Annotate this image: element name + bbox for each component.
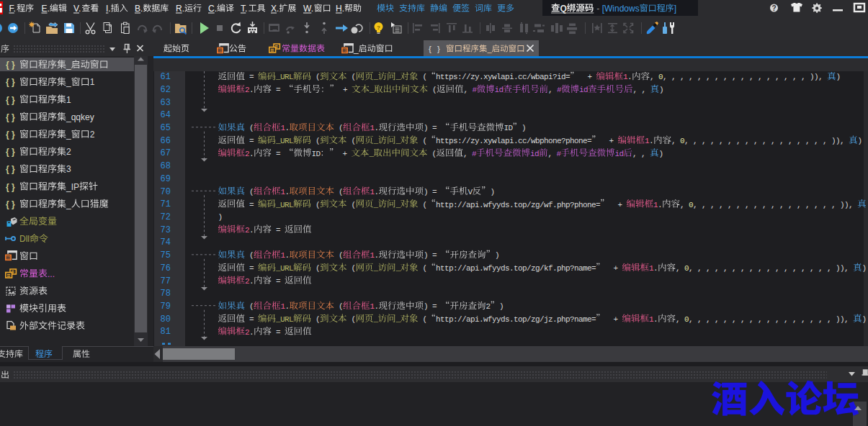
- svg-text:.: .: [249, 226, 254, 235]
- svg-text:,: ,: [693, 201, 697, 209]
- svg-text:_: _: [66, 60, 71, 70]
- svg-text:.: .: [375, 251, 379, 260]
- svg-text:63: 63: [161, 98, 171, 108]
- svg-text:.: .: [375, 124, 379, 132]
- svg-text:,: ,: [710, 137, 715, 145]
- svg-text:,: ,: [723, 315, 728, 324]
- svg-text:,: ,: [697, 315, 702, 324]
- svg-text:,: ,: [766, 315, 771, 324]
- svg-text:,: ,: [779, 201, 784, 209]
- svg-text:{: {: [6, 60, 9, 70]
- svg-text:62: 62: [161, 85, 171, 95]
- svg-text:Q: Q: [560, 4, 567, 14]
- svg-text:_: _: [369, 86, 375, 94]
- svg-text:(: (: [316, 315, 320, 324]
- svg-text:.: .: [285, 302, 290, 311]
- svg-text:.: .: [375, 188, 379, 196]
- svg-text:[Windows: [Windows: [602, 4, 640, 14]
- svg-text:{: {: [6, 112, 9, 122]
- svg-text:#: #: [557, 86, 562, 94]
- svg-text:}: }: [12, 199, 15, 209]
- svg-text:_: _: [369, 150, 375, 158]
- svg-text:,: ,: [633, 86, 637, 94]
- svg-text:(: (: [423, 264, 427, 273]
- svg-text:?: ?: [377, 24, 380, 31]
- svg-text:): ): [424, 251, 428, 260]
- svg-text:-: -: [596, 4, 599, 14]
- svg-text:)),: )),: [840, 201, 853, 209]
- svg-text:}: }: [12, 164, 15, 174]
- svg-text:): ): [862, 264, 867, 273]
- svg-text:{: {: [6, 95, 9, 105]
- svg-text:,: ,: [728, 201, 732, 209]
- svg-text:http://api.wfyyds.top/zg/wf.ph: http://api.wfyyds.top/zg/wf.php?phone=: [436, 201, 600, 209]
- svg-text:.: .: [285, 124, 290, 132]
- svg-text:,: ,: [831, 201, 836, 209]
- svg-text:+: +: [343, 150, 347, 158]
- svg-text:(: (: [352, 73, 356, 81]
- svg-text:.: .: [249, 86, 254, 94]
- svg-text:,: ,: [814, 137, 818, 145]
- svg-text:69: 69: [161, 174, 171, 184]
- svg-text:2: 2: [90, 130, 95, 140]
- svg-text:(: (: [316, 73, 320, 81]
- svg-text:(: (: [249, 302, 254, 311]
- svg-text:,: ,: [779, 137, 784, 145]
- svg-text:65: 65: [161, 123, 171, 133]
- svg-text:,: ,: [810, 264, 814, 273]
- svg-text:81: 81: [161, 327, 171, 337]
- svg-text:(: (: [339, 302, 343, 311]
- svg-text:,: ,: [753, 201, 758, 209]
- svg-text:): ): [862, 315, 867, 324]
- svg-text:...: ...: [48, 269, 55, 279]
- svg-text:V: V: [468, 188, 473, 196]
- svg-text:_IP: _IP: [66, 182, 79, 192]
- svg-text:{: {: [6, 147, 9, 157]
- svg-text:(: (: [352, 315, 356, 324]
- svg-text:{: {: [6, 130, 9, 140]
- svg-text:=: =: [249, 73, 254, 81]
- svg-text:id: id: [579, 86, 588, 94]
- svg-text:,: ,: [792, 73, 797, 81]
- svg-text:.: .: [249, 150, 254, 158]
- svg-text:66: 66: [161, 136, 171, 146]
- svg-text:=: =: [432, 302, 437, 311]
- svg-text:_: _: [353, 44, 359, 54]
- svg-text:{: {: [6, 199, 9, 209]
- svg-text:+: +: [614, 264, 618, 273]
- svg-text:,: ,: [762, 201, 766, 209]
- svg-text:_: _: [373, 264, 379, 273]
- svg-text:=: =: [276, 277, 280, 286]
- svg-text:79: 79: [161, 302, 171, 312]
- svg-text:.: .: [285, 251, 290, 260]
- svg-text:,: ,: [801, 73, 805, 81]
- svg-text:_: _: [395, 264, 401, 273]
- svg-text:,: ,: [745, 201, 749, 209]
- svg-text:(: (: [352, 264, 356, 273]
- svg-text:}: }: [12, 60, 15, 70]
- svg-text:): ): [499, 302, 504, 311]
- svg-text:id: id: [615, 150, 624, 158]
- svg-text:): ): [424, 188, 428, 196]
- svg-text:): ): [424, 124, 428, 132]
- svg-text:,: ,: [463, 150, 467, 158]
- svg-text:,: ,: [732, 264, 736, 273]
- svg-text:=: =: [432, 124, 437, 132]
- svg-text:_: _: [66, 77, 71, 87]
- svg-text:https://zy.xywlapi.cc/wbphone?: https://zy.xywlapi.cc/wbphone?phone=: [436, 137, 591, 145]
- svg-text:,: ,: [706, 315, 710, 324]
- svg-text:_: _: [373, 201, 379, 209]
- svg-text:): ): [495, 251, 499, 260]
- svg-text:#: #: [557, 150, 562, 158]
- svg-text:(: (: [316, 137, 320, 145]
- svg-text:,: ,: [775, 73, 779, 81]
- svg-text:,: ,: [827, 315, 831, 324]
- svg-text:(: (: [432, 150, 437, 158]
- svg-text:78: 78: [161, 289, 171, 299]
- svg-text:,: ,: [548, 150, 552, 158]
- svg-text:_: _: [487, 45, 493, 53]
- svg-text:{: {: [6, 164, 9, 174]
- svg-text:,: ,: [697, 264, 702, 273]
- svg-text:,: ,: [641, 150, 645, 158]
- svg-text:68: 68: [161, 161, 171, 171]
